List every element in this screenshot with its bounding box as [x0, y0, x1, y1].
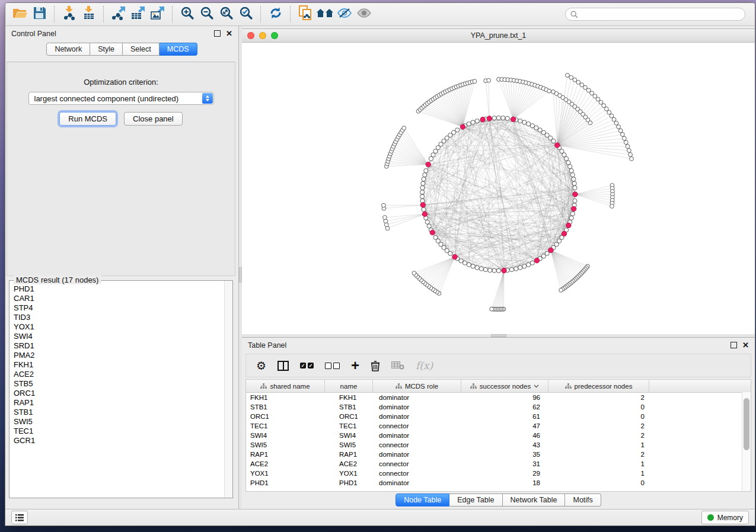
- zoom-out-button[interactable]: [197, 5, 216, 23]
- task-history-button[interactable]: [11, 511, 28, 524]
- table-cell[interactable]: 62: [461, 403, 548, 411]
- table-cell[interactable]: RAP1: [325, 451, 373, 458]
- table-row[interactable]: RAP1RAP1dominator352: [246, 450, 751, 459]
- run-mcds-button[interactable]: Run MCDS: [59, 112, 116, 126]
- export-table-button[interactable]: [128, 5, 148, 23]
- table-cell[interactable]: 2: [548, 394, 649, 401]
- optimization-criterion-select[interactable]: largest connected component (undirected): [28, 92, 214, 105]
- table-cell[interactable]: 2: [548, 422, 649, 430]
- table-cell[interactable]: 0: [548, 479, 649, 486]
- network-graph[interactable]: [242, 43, 755, 335]
- table-cell[interactable]: 1: [548, 460, 649, 467]
- table-cell[interactable]: TEC1: [246, 422, 325, 430]
- table-cell[interactable]: connector: [373, 441, 461, 448]
- select-all-button[interactable]: ✓✓: [300, 363, 314, 368]
- table-cell[interactable]: connector: [373, 470, 461, 477]
- tab-style[interactable]: Style: [90, 43, 123, 56]
- table-tab-motifs[interactable]: Motifs: [565, 493, 601, 507]
- table-scrollbar-thumb[interactable]: [744, 398, 749, 450]
- table-cell[interactable]: 31: [461, 460, 548, 467]
- table-row[interactable]: FKH1FKH1dominator962: [246, 393, 751, 402]
- table-cell[interactable]: dominator: [373, 432, 461, 439]
- table-mode-gear-button[interactable]: ⚙: [256, 360, 266, 371]
- mcds-result-item[interactable]: RAP1: [14, 398, 232, 408]
- table-cell[interactable]: 2: [548, 432, 649, 439]
- table-cell[interactable]: ACE2: [325, 460, 373, 467]
- table-row[interactable]: ORC1ORC1dominator610: [246, 412, 751, 421]
- add-column-button[interactable]: +: [351, 360, 359, 371]
- mcds-result-item[interactable]: PMA2: [14, 351, 232, 360]
- table-row[interactable]: STB1STB1dominator620: [246, 402, 751, 412]
- table-row[interactable]: SWI4SWI4dominator462: [246, 431, 751, 440]
- result-list-scrollbar[interactable]: [224, 281, 232, 498]
- export-image-button[interactable]: [148, 5, 167, 23]
- table-cell[interactable]: 18: [461, 479, 548, 486]
- table-cell[interactable]: STB1: [325, 403, 373, 411]
- table-tab-node-table[interactable]: Node Table: [395, 493, 449, 507]
- table-cell[interactable]: connector: [373, 460, 461, 467]
- save-session-button[interactable]: [30, 5, 49, 23]
- table-cell[interactable]: ACE2: [246, 460, 325, 467]
- first-neighbors-button[interactable]: [315, 5, 334, 23]
- show-columns-button[interactable]: [277, 361, 289, 371]
- mcds-result-item[interactable]: STB5: [14, 379, 232, 389]
- table-cell[interactable]: 1: [548, 441, 649, 448]
- mcds-result-item[interactable]: TID3: [14, 313, 232, 322]
- table-cell[interactable]: connector: [373, 422, 461, 430]
- mcds-result-item[interactable]: STP4: [14, 303, 232, 313]
- table-cell[interactable]: SWI5: [325, 441, 373, 448]
- table-tab-edge-table[interactable]: Edge Table: [449, 493, 502, 507]
- minimize-window-icon[interactable]: [259, 32, 266, 39]
- table-cell[interactable]: dominator: [373, 479, 461, 486]
- float-table-panel-button[interactable]: [731, 342, 737, 348]
- mcds-result-item[interactable]: SRD1: [14, 341, 232, 351]
- table-cell[interactable]: ORC1: [325, 413, 373, 420]
- table-row[interactable]: ACE2ACE2connector311: [246, 459, 751, 469]
- column-header-successor-nodes[interactable]: successor nodes: [461, 380, 548, 392]
- deselect-all-button[interactable]: [325, 363, 340, 369]
- table-cell[interactable]: 47: [461, 422, 548, 430]
- open-session-button[interactable]: [10, 5, 30, 23]
- close-window-icon[interactable]: [247, 32, 254, 39]
- table-cell[interactable]: PHD1: [325, 479, 373, 486]
- export-network-button[interactable]: [109, 5, 128, 23]
- table-cell[interactable]: YOX1: [325, 470, 373, 477]
- mcds-result-item[interactable]: CAR1: [14, 294, 232, 303]
- table-cell[interactable]: 46: [461, 432, 548, 439]
- tab-mcds[interactable]: MCDS: [160, 43, 197, 56]
- table-cell[interactable]: SWI5: [246, 441, 325, 448]
- table-cell[interactable]: RAP1: [246, 451, 325, 458]
- new-network-from-selection-button[interactable]: [295, 5, 315, 23]
- table-cell[interactable]: 0: [548, 403, 649, 411]
- close-table-panel-icon[interactable]: ✕: [742, 342, 749, 348]
- zoom-selected-button[interactable]: [236, 5, 256, 23]
- search-input[interactable]: [565, 8, 745, 21]
- table-cell[interactable]: 1: [548, 470, 649, 477]
- hide-selected-button[interactable]: [334, 5, 354, 23]
- table-row[interactable]: SWI5SWI5connector431: [246, 440, 751, 450]
- table-cell[interactable]: FKH1: [246, 394, 325, 401]
- table-row[interactable]: YOX1YOX1connector291: [246, 469, 751, 478]
- table-cell[interactable]: 29: [461, 470, 548, 477]
- close-panel-icon[interactable]: ✕: [226, 31, 232, 37]
- table-cell[interactable]: 2: [548, 451, 649, 458]
- table-row[interactable]: TEC1TEC1connector472: [246, 421, 751, 431]
- table-cell[interactable]: ORC1: [246, 413, 325, 420]
- network-canvas[interactable]: [242, 43, 755, 335]
- float-panel-button[interactable]: [214, 30, 221, 37]
- memory-button[interactable]: Memory: [701, 511, 749, 524]
- table-cell[interactable]: 96: [461, 394, 548, 401]
- column-header-predecessor-nodes[interactable]: predecessor nodes: [548, 380, 649, 392]
- mcds-result-item[interactable]: ACE2: [14, 370, 232, 379]
- table-cell[interactable]: TEC1: [325, 422, 373, 430]
- table-tab-network-table[interactable]: Network Table: [503, 493, 566, 507]
- mcds-result-item[interactable]: GCR1: [14, 436, 232, 446]
- table-cell[interactable]: dominator: [373, 413, 461, 420]
- mcds-result-item[interactable]: TEC1: [14, 427, 232, 436]
- table-cell[interactable]: YOX1: [246, 470, 325, 477]
- show-all-button[interactable]: [354, 5, 374, 23]
- delete-table-button[interactable]: [391, 361, 404, 370]
- mcds-result-item[interactable]: ORC1: [14, 389, 232, 398]
- import-network-button[interactable]: [59, 5, 79, 23]
- table-cell[interactable]: SWI4: [246, 432, 325, 439]
